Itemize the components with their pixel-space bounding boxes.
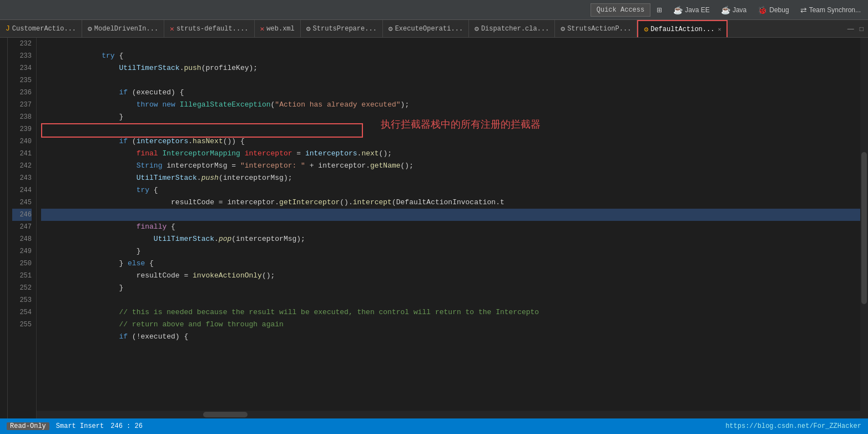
team-sync-label: Team Synchron... bbox=[809, 6, 861, 14]
status-position: 246 : 26 bbox=[110, 422, 143, 430]
team-sync-btn[interactable]: ⇄ Team Synchron... bbox=[795, 3, 866, 17]
code-line-246: finally { bbox=[41, 209, 868, 221]
tab-icon-dispatcher: ⚙ bbox=[475, 24, 479, 33]
line-num-252: 252 bbox=[12, 282, 32, 294]
code-line-235: if (executed) { bbox=[41, 74, 868, 87]
tab-execute-operati[interactable]: ⚙ ExecuteOperati... bbox=[383, 20, 469, 37]
debug-label: Debug bbox=[769, 6, 789, 14]
code-line-248: } bbox=[41, 233, 868, 245]
code-line-238 bbox=[41, 111, 868, 123]
code-line-253: // this is needed because the result wil… bbox=[41, 294, 868, 306]
line-num-240: 240 bbox=[12, 135, 32, 148]
main-toolbar: Quick Access ⊞ ☕ Java EE ☕ Java 🐞 Debug … bbox=[0, 0, 868, 20]
scrollbar-thumb-h[interactable] bbox=[203, 412, 248, 417]
code-line-244: resultCode = interceptor.getInterceptor(… bbox=[41, 184, 868, 196]
line-num-253: 253 bbox=[12, 294, 32, 306]
code-line-252 bbox=[41, 282, 868, 294]
line-num-236: 236 bbox=[12, 87, 32, 99]
line-num-249: 249 bbox=[12, 245, 32, 258]
tab-restore-btn[interactable]: □ bbox=[857, 24, 866, 34]
tab-struts-default[interactable]: ✕ struts-default.... bbox=[164, 20, 254, 37]
tab-minimize-btn[interactable]: — bbox=[845, 24, 856, 34]
scrollbar-thumb-v[interactable] bbox=[861, 152, 867, 304]
debug-btn[interactable]: 🐞 Debug bbox=[753, 3, 794, 17]
quick-access-box[interactable]: Quick Access bbox=[591, 3, 650, 17]
status-url: https://blog.csdn.net/For_ZZHacker bbox=[725, 422, 861, 430]
tab-icon-customer: J bbox=[6, 24, 10, 33]
line-numbers: 232 233 234 235 236 237 238 239 240 241 … bbox=[8, 38, 37, 418]
code-line-233: UtilTimerStack.push(profileKey); bbox=[41, 50, 868, 62]
line-num-245: 245 bbox=[12, 196, 32, 209]
code-line-254: // return above and flow through again bbox=[41, 306, 868, 319]
tab-label-struts: struts-default.... bbox=[176, 25, 249, 33]
tab-customer-action[interactable]: J CustomerActio... bbox=[0, 20, 82, 37]
code-line-243: try { bbox=[41, 172, 868, 184]
java-icon: ☕ bbox=[721, 6, 730, 14]
code-line-249: } else { bbox=[41, 245, 868, 258]
java-ee-icon: ☕ bbox=[673, 6, 683, 14]
line-num-251: 251 bbox=[12, 270, 32, 282]
code-line-232: try { bbox=[41, 38, 868, 50]
toolbar-icon-btn1[interactable]: ⊞ bbox=[652, 3, 667, 17]
tab-icon-execute: ⚙ bbox=[388, 24, 393, 33]
code-editor[interactable]: 执行拦截器栈中的所有注册的拦截器 try { UtilTimerStack.pu… bbox=[37, 38, 868, 418]
java-btn[interactable]: ☕ Java bbox=[716, 3, 751, 17]
status-read-only: Read-Only bbox=[7, 422, 49, 430]
line-num-248: 248 bbox=[12, 233, 32, 245]
editor-area: 232 233 234 235 236 237 238 239 240 241 … bbox=[0, 38, 868, 418]
tab-label-prepare: StrutsPrepare... bbox=[313, 25, 377, 33]
line-num-255: 255 bbox=[12, 319, 32, 331]
horizontal-scrollbar[interactable] bbox=[37, 411, 860, 418]
line-num-232: 232 bbox=[12, 38, 32, 50]
tab-icon-struts-action: ⚙ bbox=[561, 24, 565, 33]
status-smart-insert: Smart Insert bbox=[56, 422, 104, 430]
team-sync-icon: ⇄ bbox=[800, 6, 807, 14]
line-num-233: 233 bbox=[12, 50, 32, 62]
debug-icon: 🐞 bbox=[758, 6, 767, 14]
line-num-246: 246 bbox=[12, 209, 32, 221]
tab-struts-prepare[interactable]: ⚙ StrutsPrepare... bbox=[301, 20, 383, 37]
line-num-235: 235 bbox=[12, 74, 32, 87]
tab-icon-web: ✕ bbox=[260, 24, 265, 33]
code-line-247: UtilTimerStack.pop(interceptorMsg); bbox=[41, 221, 868, 233]
tab-struts-action-p[interactable]: ⚙ StrutsActionP... bbox=[555, 20, 637, 37]
tab-label-customer: CustomerActio... bbox=[12, 25, 76, 33]
tab-bar: J CustomerActio... ⚙ ModelDrivenIn... ✕ … bbox=[0, 20, 868, 38]
tab-icon-prepare: ⚙ bbox=[306, 24, 311, 33]
code-line-242: UtilTimerStack.push(interceptorMsg); bbox=[41, 160, 868, 172]
tab-label-model: ModelDrivenIn... bbox=[94, 25, 158, 33]
vertical-scrollbar[interactable] bbox=[860, 38, 868, 418]
java-ee-label: Java EE bbox=[685, 6, 710, 14]
line-num-238: 238 bbox=[12, 111, 32, 123]
code-line-234 bbox=[41, 62, 868, 74]
tab-label-default: DefaultAction... bbox=[650, 26, 714, 33]
line-num-241: 241 bbox=[12, 148, 32, 160]
quick-access-label: Quick Access bbox=[597, 6, 644, 14]
tab-icon-struts: ✕ bbox=[170, 24, 174, 33]
code-line-250: resultCode = invokeActionOnly(); bbox=[41, 258, 868, 270]
code-line-255: if (!executed) { bbox=[41, 319, 868, 331]
code-line-236: throw new IllegalStateException("Action … bbox=[41, 87, 868, 99]
line-num-244: 244 bbox=[12, 184, 32, 196]
java-ee-btn[interactable]: ☕ Java EE bbox=[668, 3, 715, 17]
code-line-237: } bbox=[41, 99, 868, 111]
status-bar-right: https://blog.csdn.net/For_ZZHacker bbox=[725, 422, 861, 430]
line-num-239: 239 bbox=[12, 123, 32, 135]
tab-close-default[interactable]: ✕ bbox=[718, 26, 721, 33]
tab-label-execute: ExecuteOperati... bbox=[395, 25, 463, 33]
tab-model-driven[interactable]: ⚙ ModelDrivenIn... bbox=[82, 20, 164, 37]
code-line-241: String interceptorMsg = "interceptor: " … bbox=[41, 148, 868, 160]
line-num-237: 237 bbox=[12, 99, 32, 111]
line-num-243: 243 bbox=[12, 172, 32, 184]
line-num-250: 250 bbox=[12, 258, 32, 270]
tab-web-xml[interactable]: ✕ web.xml bbox=[255, 20, 301, 37]
tab-default-action[interactable]: ⚙ DefaultAction... ✕ bbox=[637, 20, 728, 37]
tab-icon-default: ⚙ bbox=[644, 25, 648, 34]
tab-dispatcher-cla[interactable]: ⚙ Dispatcher.cla... bbox=[469, 20, 555, 37]
toolbar-icon1: ⊞ bbox=[657, 6, 662, 14]
tab-label-dispatcher: Dispatcher.cla... bbox=[481, 25, 549, 33]
code-line-245: } bbox=[41, 196, 868, 209]
code-line-240: final InterceptorMapping interceptor = i… bbox=[41, 135, 868, 148]
line-num-242: 242 bbox=[12, 160, 32, 172]
left-gutter bbox=[0, 38, 8, 418]
